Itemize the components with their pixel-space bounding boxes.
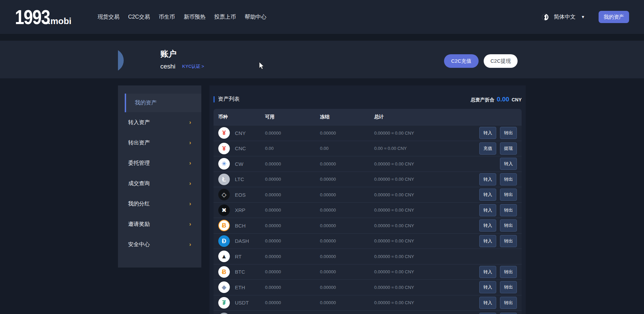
chevron-right-icon: › xyxy=(189,160,201,166)
sidebar-item-transfer-in[interactable]: 转入资产› xyxy=(118,112,201,133)
chevron-right-icon: › xyxy=(189,241,201,248)
c2c-withdraw-button[interactable]: C2C提现 xyxy=(484,54,518,68)
column-header: 币种 xyxy=(218,114,265,120)
row-actions: 转入转出 xyxy=(457,204,517,216)
nav-item-new-coin[interactable]: 新币预热 xyxy=(184,14,205,21)
dash-coin-icon: Đ xyxy=(218,235,230,247)
table-row: ŁLTC0.000000.000000.00000 ≈ 0.00 CNY转入转出 xyxy=(214,172,522,187)
transfer-in-button[interactable]: 转入 xyxy=(479,266,496,278)
transfer-out-button[interactable]: 转出 xyxy=(500,173,517,185)
transfer-in-button[interactable]: 转入 xyxy=(479,189,496,201)
coin-cell: ▲RT xyxy=(218,251,265,262)
coin-name-label: CW xyxy=(235,161,243,167)
transfer-out-button[interactable]: 转出 xyxy=(500,266,517,278)
transfer-in-button[interactable]: 转入 xyxy=(479,219,496,232)
coin-name-label: BTC xyxy=(235,269,245,275)
table-row: ɃBCH0.000000.000000.00000 ≈ 0.00 CNY转入转出 xyxy=(214,218,522,233)
sidebar-item-trade-history-label: 成交查询 xyxy=(118,180,150,187)
table-row: ɃBTC0.000000.000000.00000 ≈ 0.00 CNY转入转出 xyxy=(214,264,522,280)
table-row: ¥CNC0.000.000.00 ≈ 0.00 CNY充值提现 xyxy=(214,141,522,156)
table-row: ✳CW0.000000.000000.00000 ≈ 0.00 CNY转入 xyxy=(214,156,522,172)
coin-name-label: ETH xyxy=(235,284,245,290)
coin-icon xyxy=(218,313,230,314)
coin-name-label: RT xyxy=(235,254,242,259)
c2c-recharge-button[interactable]: C2C充值 xyxy=(444,54,479,68)
transfer-in-button[interactable]: 转入 xyxy=(479,173,496,185)
sidebar-item-transfer-out[interactable]: 转出资产› xyxy=(118,133,201,153)
frozen-value: 0.00000 xyxy=(320,254,374,259)
coin-cell: ◆ETH xyxy=(218,281,265,293)
eth-coin-icon: ◆ xyxy=(218,281,230,293)
globe-icon xyxy=(541,13,549,21)
account-info-line: ceshi KYC认证 > xyxy=(160,63,204,70)
sidebar-item-my-assets[interactable]: 我的资产 xyxy=(125,94,201,112)
transfer-out-button[interactable]: 转出 xyxy=(500,219,517,232)
sidebar-item-security-center-label: 安全中心 xyxy=(118,241,150,248)
nav-item-help-center[interactable]: 帮助中心 xyxy=(245,14,266,21)
transfer-in-button[interactable]: 转入 xyxy=(479,281,496,293)
coin-name-label: XRP xyxy=(235,207,245,213)
sidebar-item-transfer-in-label: 转入资产 xyxy=(118,119,150,126)
table-row: ¥CNY0.000000.000000.00000 ≈ 0.00 CNY转入转出 xyxy=(214,125,522,141)
sidebar-item-order-management[interactable]: 委托管理› xyxy=(118,153,201,173)
table-row: ₮USDT0.000000.000000.00000 ≈ 0.00 CNY转入转… xyxy=(214,295,522,311)
transfer-out-button[interactable]: 转出 xyxy=(500,235,517,247)
transfer-in-button[interactable]: 转入 xyxy=(479,204,496,216)
total-value-cell: 0.00 ≈ 0.00 CNY xyxy=(374,146,457,151)
withdraw-button[interactable]: 提现 xyxy=(500,142,517,155)
total-value-cell: 0.00000 ≈ 0.00 CNY xyxy=(374,269,457,274)
recharge-button[interactable]: 充值 xyxy=(479,142,496,155)
kyc-verify-link[interactable]: KYC认证 > xyxy=(182,63,204,70)
transfer-out-button[interactable]: 转出 xyxy=(500,281,517,293)
table-row: ◆ETH0.000000.000000.00000 ≈ 0.00 CNY转入转出 xyxy=(214,279,522,295)
table-row: ▲RT0.000000.000000.00000 ≈ 0.00 CNY xyxy=(214,249,522,264)
coin-name-label: LTC xyxy=(235,176,244,182)
chevron-down-icon[interactable]: ▼ xyxy=(581,15,585,19)
avatar xyxy=(118,48,124,72)
row-actions xyxy=(457,311,517,314)
total-value-cell: 0.00000 ≈ 0.00 CNY xyxy=(374,254,457,259)
sidebar-item-invite-rewards[interactable]: 邀请奖励› xyxy=(118,214,201,234)
available-value: 0.00000 xyxy=(265,208,320,213)
my-assets-button[interactable]: 我的资产 xyxy=(599,11,629,23)
available-value: 0.00000 xyxy=(265,285,320,290)
nav-item-c2c-trade[interactable]: C2C交易 xyxy=(128,14,150,21)
total-value-cell: 0.00000 ≈ 0.00 CNY xyxy=(374,131,457,136)
coin-name-label: CNY xyxy=(235,130,246,136)
language-selector[interactable]: 简体中文 xyxy=(554,14,576,21)
brand-logo[interactable]: 1993 .mobi xyxy=(15,5,89,29)
table-row: ĐDASH0.000000.000000.00000 ≈ 0.00 CNY转入转… xyxy=(214,233,522,249)
total-value-cell: 0.00000 ≈ 0.00 CNY xyxy=(374,208,457,213)
btc-coin-icon: Ƀ xyxy=(218,266,230,278)
sidebar-item-order-management-label: 委托管理 xyxy=(118,160,150,167)
transfer-out-button[interactable]: 转出 xyxy=(500,189,517,201)
bch-coin-icon: Ƀ xyxy=(218,220,230,231)
nav-item-coin-earn[interactable]: 币生币 xyxy=(159,14,175,21)
nav-item-vote-listing[interactable]: 投票上币 xyxy=(214,14,236,21)
nav-item-spot-trade[interactable]: 现货交易 xyxy=(98,14,119,21)
transfer-in-button[interactable]: 转入 xyxy=(479,235,496,247)
row-actions: 转入转出 xyxy=(457,189,517,201)
sidebar-item-trade-history[interactable]: 成交查询› xyxy=(118,173,201,194)
coin-cell: ◇EOS xyxy=(218,189,265,200)
transfer-out-button[interactable]: 转出 xyxy=(500,204,517,216)
coin-cell: ¥CNC xyxy=(218,143,265,154)
coin-cell: ✳CW xyxy=(218,158,265,170)
sidebar-item-my-dividends-label: 我的分红 xyxy=(118,200,150,208)
assets-table: 币种可用冻结总计 ¥CNY0.000000.000000.00000 ≈ 0.0… xyxy=(214,109,522,314)
transfer-in-button[interactable]: 转入 xyxy=(479,127,496,139)
transfer-out-button[interactable]: 转出 xyxy=(500,127,517,139)
table-row: ◇EOS0.000000.000000.00000 ≈ 0.00 CNY转入转出 xyxy=(214,187,522,202)
coin-cell: ✖XRP xyxy=(218,204,265,216)
transfer-out-button[interactable]: 转出 xyxy=(500,297,517,309)
available-value: 0.00000 xyxy=(265,177,320,182)
sidebar-item-security-center[interactable]: 安全中心› xyxy=(118,234,201,255)
transfer-out-button[interactable] xyxy=(500,313,517,314)
available-value: 0.00000 xyxy=(265,161,320,166)
sidebar-item-my-dividends[interactable]: 我的分红› xyxy=(118,194,201,214)
transfer-in-button[interactable]: 转入 xyxy=(500,158,517,170)
transfer-in-button[interactable] xyxy=(479,313,496,314)
assets-list-title-text: 资产列表 xyxy=(218,96,240,103)
transfer-in-button[interactable]: 转入 xyxy=(479,297,496,309)
available-value: 0.00000 xyxy=(265,131,320,136)
